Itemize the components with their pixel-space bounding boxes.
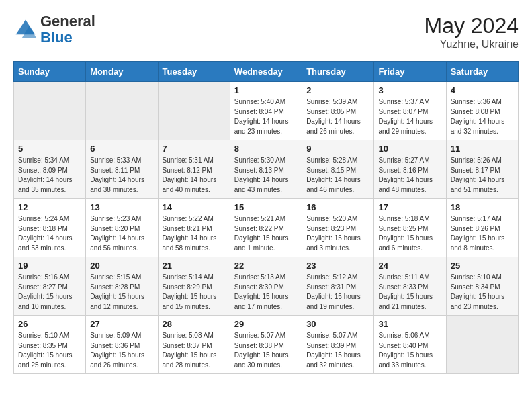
page-header: General Blue May 2024 Yuzhne, Ukraine xyxy=(13,13,519,50)
day-number: 23 xyxy=(306,261,369,271)
calendar-cell: 3Sunrise: 5:37 AM Sunset: 8:07 PM Daylig… xyxy=(374,82,446,140)
day-info: Sunrise: 5:10 AM Sunset: 8:35 PM Dayligh… xyxy=(18,331,81,370)
day-info: Sunrise: 5:33 AM Sunset: 8:11 PM Dayligh… xyxy=(90,156,153,195)
calendar-cell: 17Sunrise: 5:18 AM Sunset: 8:25 PM Dayli… xyxy=(374,199,446,257)
calendar-cell: 8Sunrise: 5:30 AM Sunset: 8:13 PM Daylig… xyxy=(230,140,302,199)
day-number: 31 xyxy=(378,319,441,329)
calendar-cell: 13Sunrise: 5:23 AM Sunset: 8:20 PM Dayli… xyxy=(86,199,158,257)
location: Yuzhne, Ukraine xyxy=(424,38,519,50)
calendar-week-5: 26Sunrise: 5:10 AM Sunset: 8:35 PM Dayli… xyxy=(14,316,519,374)
day-number: 25 xyxy=(451,261,514,271)
calendar-cell: 23Sunrise: 5:12 AM Sunset: 8:31 PM Dayli… xyxy=(302,257,374,316)
calendar-cell: 14Sunrise: 5:22 AM Sunset: 8:21 PM Dayli… xyxy=(158,199,230,257)
day-number: 28 xyxy=(163,319,226,329)
day-number: 5 xyxy=(18,144,81,154)
day-info: Sunrise: 5:14 AM Sunset: 8:29 PM Dayligh… xyxy=(163,273,226,312)
day-number: 14 xyxy=(163,202,226,212)
day-info: Sunrise: 5:37 AM Sunset: 8:07 PM Dayligh… xyxy=(378,97,441,136)
day-info: Sunrise: 5:30 AM Sunset: 8:13 PM Dayligh… xyxy=(234,156,298,195)
day-number: 27 xyxy=(90,319,153,329)
day-info: Sunrise: 5:39 AM Sunset: 8:05 PM Dayligh… xyxy=(306,97,369,136)
day-number: 29 xyxy=(234,319,298,329)
day-info: Sunrise: 5:07 AM Sunset: 8:39 PM Dayligh… xyxy=(306,331,369,370)
day-number: 24 xyxy=(378,261,441,271)
calendar-cell: 6Sunrise: 5:33 AM Sunset: 8:11 PM Daylig… xyxy=(86,140,158,199)
calendar-cell xyxy=(14,82,86,140)
day-info: Sunrise: 5:17 AM Sunset: 8:26 PM Dayligh… xyxy=(451,214,514,253)
calendar-cell: 30Sunrise: 5:07 AM Sunset: 8:39 PM Dayli… xyxy=(302,316,374,374)
day-info: Sunrise: 5:06 AM Sunset: 8:40 PM Dayligh… xyxy=(378,331,441,370)
logo-icon xyxy=(13,17,38,42)
day-number: 22 xyxy=(234,261,298,271)
calendar-cell: 12Sunrise: 5:24 AM Sunset: 8:18 PM Dayli… xyxy=(14,199,86,257)
day-info: Sunrise: 5:23 AM Sunset: 8:20 PM Dayligh… xyxy=(90,214,153,253)
day-info: Sunrise: 5:36 AM Sunset: 8:08 PM Dayligh… xyxy=(451,97,514,136)
day-number: 1 xyxy=(234,85,298,95)
calendar-cell: 28Sunrise: 5:08 AM Sunset: 8:37 PM Dayli… xyxy=(158,316,230,374)
day-number: 20 xyxy=(90,261,153,271)
calendar-cell xyxy=(158,82,230,140)
day-number: 10 xyxy=(378,144,441,154)
calendar-cell: 11Sunrise: 5:26 AM Sunset: 8:17 PM Dayli… xyxy=(446,140,518,199)
calendar-cell: 29Sunrise: 5:07 AM Sunset: 8:38 PM Dayli… xyxy=(230,316,302,374)
weekday-header-row: SundayMondayTuesdayWednesdayThursdayFrid… xyxy=(14,62,519,82)
logo: General Blue xyxy=(13,13,95,46)
calendar-cell: 27Sunrise: 5:09 AM Sunset: 8:36 PM Dayli… xyxy=(86,316,158,374)
calendar-cell: 5Sunrise: 5:34 AM Sunset: 8:09 PM Daylig… xyxy=(14,140,86,199)
calendar-cell: 18Sunrise: 5:17 AM Sunset: 8:26 PM Dayli… xyxy=(446,199,518,257)
day-info: Sunrise: 5:09 AM Sunset: 8:36 PM Dayligh… xyxy=(90,331,153,370)
day-number: 9 xyxy=(306,144,369,154)
day-number: 19 xyxy=(18,261,81,271)
day-number: 8 xyxy=(234,144,298,154)
calendar-cell: 21Sunrise: 5:14 AM Sunset: 8:29 PM Dayli… xyxy=(158,257,230,316)
weekday-header-tuesday: Tuesday xyxy=(158,62,230,82)
day-info: Sunrise: 5:08 AM Sunset: 8:37 PM Dayligh… xyxy=(163,331,226,370)
day-info: Sunrise: 5:15 AM Sunset: 8:28 PM Dayligh… xyxy=(90,273,153,312)
calendar-cell: 2Sunrise: 5:39 AM Sunset: 8:05 PM Daylig… xyxy=(302,82,374,140)
day-info: Sunrise: 5:31 AM Sunset: 8:12 PM Dayligh… xyxy=(163,156,226,195)
calendar-cell: 9Sunrise: 5:28 AM Sunset: 8:15 PM Daylig… xyxy=(302,140,374,199)
day-number: 6 xyxy=(90,144,153,154)
day-info: Sunrise: 5:22 AM Sunset: 8:21 PM Dayligh… xyxy=(163,214,226,253)
day-info: Sunrise: 5:12 AM Sunset: 8:31 PM Dayligh… xyxy=(306,273,369,312)
weekday-header-friday: Friday xyxy=(374,62,446,82)
calendar-week-2: 5Sunrise: 5:34 AM Sunset: 8:09 PM Daylig… xyxy=(14,140,519,199)
calendar-cell: 25Sunrise: 5:10 AM Sunset: 8:34 PM Dayli… xyxy=(446,257,518,316)
calendar-table: SundayMondayTuesdayWednesdayThursdayFrid… xyxy=(13,61,519,374)
day-number: 12 xyxy=(18,202,81,212)
calendar-cell: 15Sunrise: 5:21 AM Sunset: 8:22 PM Dayli… xyxy=(230,199,302,257)
title-block: May 2024 Yuzhne, Ukraine xyxy=(424,13,519,50)
calendar-cell: 4Sunrise: 5:36 AM Sunset: 8:08 PM Daylig… xyxy=(446,82,518,140)
day-number: 13 xyxy=(90,202,153,212)
weekday-header-wednesday: Wednesday xyxy=(230,62,302,82)
calendar-week-3: 12Sunrise: 5:24 AM Sunset: 8:18 PM Dayli… xyxy=(14,199,519,257)
day-info: Sunrise: 5:20 AM Sunset: 8:23 PM Dayligh… xyxy=(306,214,369,253)
day-number: 21 xyxy=(163,261,226,271)
calendar-cell: 24Sunrise: 5:11 AM Sunset: 8:33 PM Dayli… xyxy=(374,257,446,316)
day-info: Sunrise: 5:34 AM Sunset: 8:09 PM Dayligh… xyxy=(18,156,81,195)
day-number: 30 xyxy=(306,319,369,329)
calendar-cell: 22Sunrise: 5:13 AM Sunset: 8:30 PM Dayli… xyxy=(230,257,302,316)
day-number: 2 xyxy=(306,85,369,95)
day-info: Sunrise: 5:07 AM Sunset: 8:38 PM Dayligh… xyxy=(234,331,298,370)
day-number: 26 xyxy=(18,319,81,329)
calendar-cell: 20Sunrise: 5:15 AM Sunset: 8:28 PM Dayli… xyxy=(86,257,158,316)
calendar-cell: 16Sunrise: 5:20 AM Sunset: 8:23 PM Dayli… xyxy=(302,199,374,257)
calendar-cell: 26Sunrise: 5:10 AM Sunset: 8:35 PM Dayli… xyxy=(14,316,86,374)
day-number: 7 xyxy=(163,144,226,154)
day-number: 16 xyxy=(306,202,369,212)
day-info: Sunrise: 5:18 AM Sunset: 8:25 PM Dayligh… xyxy=(378,214,441,253)
calendar-cell xyxy=(86,82,158,140)
day-info: Sunrise: 5:11 AM Sunset: 8:33 PM Dayligh… xyxy=(378,273,441,312)
day-number: 11 xyxy=(451,144,514,154)
day-info: Sunrise: 5:16 AM Sunset: 8:27 PM Dayligh… xyxy=(18,273,81,312)
day-info: Sunrise: 5:21 AM Sunset: 8:22 PM Dayligh… xyxy=(234,214,298,253)
weekday-header-sunday: Sunday xyxy=(14,62,86,82)
calendar-cell: 7Sunrise: 5:31 AM Sunset: 8:12 PM Daylig… xyxy=(158,140,230,199)
day-info: Sunrise: 5:10 AM Sunset: 8:34 PM Dayligh… xyxy=(451,273,514,312)
calendar-cell: 1Sunrise: 5:40 AM Sunset: 8:04 PM Daylig… xyxy=(230,82,302,140)
calendar-cell: 19Sunrise: 5:16 AM Sunset: 8:27 PM Dayli… xyxy=(14,257,86,316)
logo-text: General Blue xyxy=(40,13,95,46)
day-info: Sunrise: 5:26 AM Sunset: 8:17 PM Dayligh… xyxy=(451,156,514,195)
day-number: 3 xyxy=(378,85,441,95)
